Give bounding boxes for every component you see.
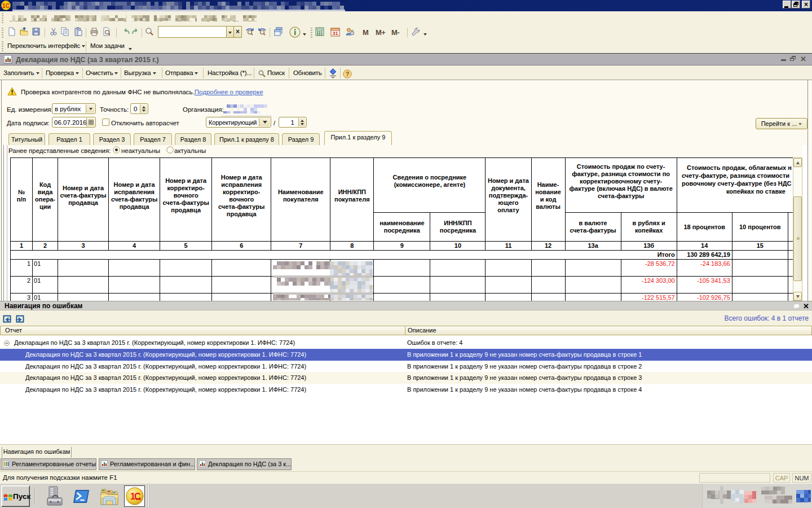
svg-text:1С: 1С — [2, 3, 10, 9]
svg-text:31: 31 — [332, 30, 338, 36]
svg-text:?: ? — [346, 71, 350, 77]
